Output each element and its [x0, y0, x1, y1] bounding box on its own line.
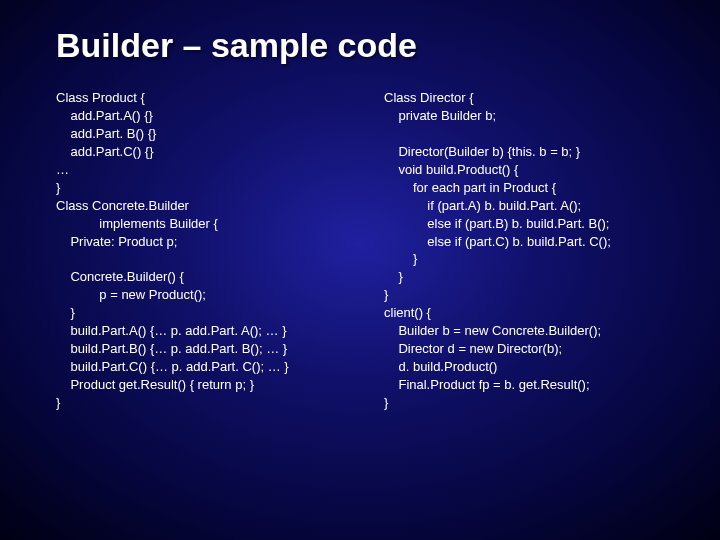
left-code-block: Class Product { add.Part.A() {} add.Part…: [56, 89, 366, 412]
slide-title: Builder – sample code: [56, 26, 692, 65]
code-columns: Class Product { add.Part.A() {} add.Part…: [56, 89, 692, 412]
right-code-block: Class Director { private Builder b; Dire…: [384, 89, 692, 412]
slide: Builder – sample code Class Product { ad…: [0, 0, 720, 540]
